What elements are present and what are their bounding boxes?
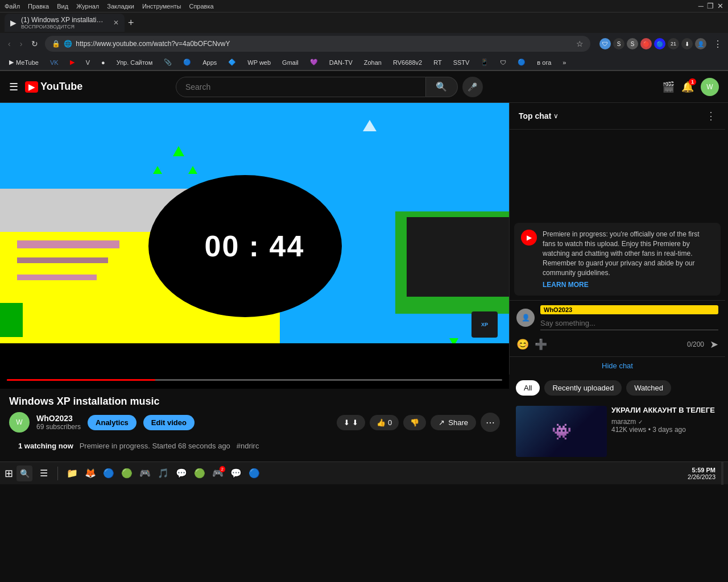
- maximize-button[interactable]: ❐: [707, 2, 714, 10]
- new-tab-button[interactable]: +: [128, 17, 134, 29]
- taskbar-steam-icon[interactable]: 🎮 2: [209, 465, 226, 482]
- ext-dl-icon[interactable]: ⬇: [681, 38, 693, 49]
- taskbar-stream-icon[interactable]: 🟢: [191, 465, 208, 482]
- edit-video-button[interactable]: Edit video: [143, 415, 195, 430]
- taskbar-search[interactable]: 🔍: [16, 465, 32, 481]
- os-menu-help[interactable]: Справка: [189, 3, 213, 10]
- taskbar-app4-icon[interactable]: 🟢: [118, 465, 135, 482]
- chat-dropdown-icon[interactable]: ∨: [553, 112, 559, 120]
- analytics-button[interactable]: Analytics: [88, 415, 136, 430]
- search-button[interactable]: 🔍: [426, 77, 458, 97]
- os-menu-view[interactable]: Вид: [57, 3, 68, 10]
- bookmark-apps[interactable]: Apps: [198, 58, 221, 67]
- hide-chat-button[interactable]: Hide chat: [510, 356, 725, 375]
- taskbar-explorer-icon[interactable]: 📁: [64, 465, 81, 482]
- search-input[interactable]: [176, 77, 426, 97]
- voice-search-button[interactable]: 🎤: [462, 77, 483, 97]
- tab-watched[interactable]: Watched: [626, 380, 671, 396]
- system-clock[interactable]: 5:59 PM 2/26/2023: [688, 467, 715, 480]
- bookmark-mobile[interactable]: 📱: [476, 57, 493, 67]
- os-menu-tools[interactable]: Инструменты: [142, 3, 181, 10]
- bookmark-vk[interactable]: VK: [46, 58, 63, 67]
- ext-s2-icon[interactable]: S: [627, 38, 638, 49]
- os-menu-journal[interactable]: Журнал: [76, 3, 99, 10]
- menu-hamburger-button[interactable]: ☰: [9, 81, 18, 93]
- os-menu-file[interactable]: Файл: [5, 3, 20, 10]
- bookmark-dan-tv[interactable]: DAN-TV: [325, 58, 357, 67]
- more-options-button[interactable]: ⋯: [481, 413, 500, 432]
- os-menu-edit[interactable]: Правка: [28, 3, 49, 10]
- bookmark-purple[interactable]: 💜: [305, 57, 322, 67]
- active-tab[interactable]: ▶ (1) Windows XP installation mu... ВОСП…: [5, 14, 125, 32]
- tab-all[interactable]: All: [516, 380, 540, 396]
- tab-recently-uploaded[interactable]: Recently uploaded: [544, 380, 622, 396]
- taskbar-app3-icon[interactable]: 🔵: [100, 465, 117, 482]
- like-button[interactable]: 👍 0: [370, 415, 399, 430]
- channel-avatar[interactable]: W: [9, 412, 30, 433]
- taskbar-game-icon[interactable]: 🎮: [136, 465, 154, 482]
- bookmark-gmail[interactable]: Gmail: [278, 58, 303, 67]
- bookmark-wp-web[interactable]: WP web: [243, 58, 275, 67]
- taskbar-chat-icon[interactable]: 💬: [228, 465, 245, 482]
- start-button[interactable]: ⊞: [5, 467, 13, 480]
- add-content-button[interactable]: ➕: [535, 338, 547, 351]
- bookmark-yt[interactable]: ▶: [65, 57, 79, 67]
- bookmark-voga[interactable]: в ога: [532, 58, 556, 67]
- tab-title: (1) Windows XP installation mu...: [21, 16, 106, 24]
- minimize-button[interactable]: ─: [698, 2, 704, 10]
- taskbar-msg-icon[interactable]: 💬: [173, 465, 190, 482]
- taskbar-firefox-icon[interactable]: 🦊: [82, 465, 99, 482]
- ext-orange-icon[interactable]: 🔴: [640, 38, 652, 49]
- download-button[interactable]: ⬇ ⬇: [337, 415, 365, 430]
- bookmark-upr-sait[interactable]: Упр. Сайтом: [112, 58, 158, 67]
- ext-person-icon[interactable]: 👤: [695, 38, 706, 49]
- forward-button[interactable]: ›: [18, 37, 25, 51]
- show-desktop-button[interactable]: [721, 462, 723, 485]
- tab-close-button[interactable]: ✕: [113, 19, 119, 27]
- recommendation-tabs: All Recently uploaded Watched: [509, 375, 728, 401]
- close-button[interactable]: ✕: [717, 2, 723, 10]
- emoji-button[interactable]: 😊: [516, 338, 529, 351]
- bookmark-dot[interactable]: ●: [97, 58, 110, 67]
- bookmark-shield[interactable]: 🛡: [495, 58, 511, 67]
- channel-name[interactable]: WhO2023: [36, 414, 81, 423]
- browser-menu-button[interactable]: ⋮: [713, 39, 722, 49]
- bookmark-sstv[interactable]: SSTV: [449, 58, 474, 67]
- chat-more-button[interactable]: ⋮: [706, 110, 716, 122]
- chat-message-input[interactable]: [540, 317, 718, 330]
- youtube-logo[interactable]: ▶ YouTube: [25, 81, 82, 93]
- bookmark-blue-circle[interactable]: 🔵: [179, 57, 196, 67]
- bookmark-rv[interactable]: RV6688v2: [388, 58, 427, 67]
- address-bar[interactable]: 🔒 🌐 https://www.youtube.com/watch?v=4a0b…: [45, 36, 590, 52]
- bookmark-star-icon[interactable]: ☆: [576, 39, 584, 48]
- dislike-button[interactable]: 👎: [403, 415, 426, 430]
- share-button[interactable]: ↗ Share: [431, 415, 476, 430]
- bookmark-zohan[interactable]: Zohan: [359, 58, 386, 67]
- user-avatar[interactable]: W: [701, 78, 719, 96]
- bookmark-blue2[interactable]: 🔵: [513, 57, 530, 67]
- back-button[interactable]: ‹: [6, 37, 13, 51]
- bookmark-more[interactable]: »: [558, 58, 570, 67]
- bookmark-diamond[interactable]: 🔷: [224, 57, 241, 67]
- notifications-button[interactable]: 🔔 1: [681, 81, 694, 93]
- video-player[interactable]: 00 : 44 XP: [0, 103, 509, 389]
- taskbar-music-icon[interactable]: 🎵: [155, 465, 172, 482]
- create-video-button[interactable]: 🎬: [662, 81, 675, 93]
- taskbar-app-icon[interactable]: 🔵: [246, 465, 263, 482]
- os-menu-bookmarks[interactable]: Закладки: [107, 3, 134, 10]
- bookmark-rt[interactable]: RT: [429, 58, 446, 67]
- ext-s-icon[interactable]: S: [613, 38, 624, 49]
- recommendation-item[interactable]: 👾 УКРАЛИ АККАУНТ В ТЕЛЕГЕ marazm ✓ 412K …: [509, 401, 728, 462]
- ext-blue-icon[interactable]: 🔵: [654, 38, 665, 49]
- learn-more-button[interactable]: LEARN MORE: [543, 281, 714, 289]
- ext-privacy-icon[interactable]: 🛡: [599, 38, 611, 49]
- ext-notif-icon[interactable]: 21: [668, 38, 679, 49]
- send-chat-button[interactable]: ➤: [710, 338, 718, 351]
- chat-messages[interactable]: ▶ Premiere in progress: you're officiall…: [510, 130, 725, 300]
- taskbar-taskview[interactable]: ☰: [36, 465, 52, 481]
- refresh-button[interactable]: ↻: [29, 37, 40, 51]
- clock-date: 2/26/2023: [688, 473, 715, 480]
- bookmark-metube[interactable]: ▶ MeTube: [5, 57, 43, 67]
- bookmark-clip[interactable]: 📎: [159, 57, 176, 67]
- bookmark-v[interactable]: V: [81, 58, 94, 67]
